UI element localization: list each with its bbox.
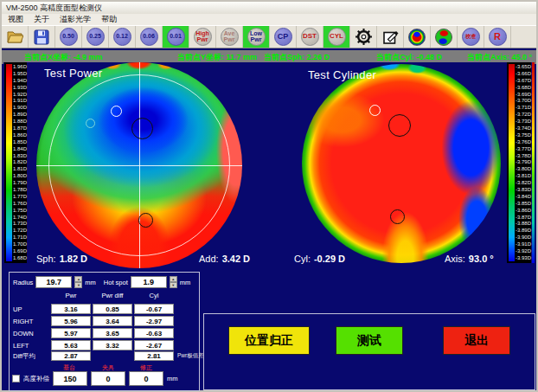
cylinder-scale-tick: -3.75D (516, 132, 531, 138)
settings-button[interactable] (350, 26, 377, 48)
power-scale-tick: 1.85D (13, 139, 27, 145)
table-cell-cyl: -0.67 (134, 304, 174, 314)
calibrate-button[interactable]: 校准 (458, 26, 484, 48)
diff-average-pwr: 2.87 (51, 351, 91, 361)
reset-button[interactable]: R (484, 26, 511, 48)
height-comp-base-input[interactable] (53, 371, 87, 386)
table-cell-cyl: -2.97 (134, 316, 174, 326)
step-button-0-06[interactable]: 0.06 (136, 26, 163, 48)
power-scale-tick: 1.75D (13, 208, 27, 214)
power-inner-ring (48, 74, 230, 256)
power-scale-tick: 1.91D (13, 98, 27, 104)
cylinder-scale-tick: -3.90D (516, 235, 531, 241)
table-row-label: DOWN (13, 328, 49, 338)
window-title: VM-2500 高精度面型检测仪 (6, 3, 102, 14)
position-align-button[interactable]: 位置归正 (228, 326, 310, 355)
cyl-button[interactable]: CYL (323, 26, 350, 48)
radius-unit: mm (85, 279, 96, 286)
height-comp-unit: mm (167, 375, 178, 382)
height-compensation-row: 高度补偿 mm (12, 371, 178, 386)
step-button-0-50[interactable]: 0.50 (55, 26, 82, 48)
save-icon (34, 29, 49, 45)
hotspot-up-arrow: ▲ (170, 276, 177, 282)
cylinder-map-title: Test Cylinder (308, 68, 376, 81)
power-marker-black-large (131, 118, 153, 139)
dst-button[interactable]: DST (297, 26, 323, 48)
cylinder-scale-tick: -3.74D (516, 125, 531, 132)
power-scale-tick: 1.71D (13, 235, 27, 241)
colormap-power-icon (408, 29, 426, 46)
hotspot-input[interactable] (131, 276, 167, 288)
power-scale-tick: 1.95D (13, 71, 27, 77)
power-scale-tick: 1.80D (13, 173, 27, 179)
ave-pwr-button[interactable]: Ave Pwr (216, 26, 243, 48)
power-scale-tick: 1.77D (13, 194, 27, 200)
height-comp-label: 高度补偿 (23, 375, 49, 383)
power-scale-tick: 1.73D (13, 221, 27, 227)
reset-label: R (489, 28, 507, 46)
cylinder-scale-tick: -3.86D (516, 208, 531, 214)
main-area: 1.96D1.95D1.94D1.93D1.92D1.91D1.90D1.89D… (3, 62, 535, 389)
step-button-0-01[interactable]: 0.01 (163, 26, 189, 48)
add-readout: Add:3.42 D (199, 254, 250, 264)
power-scale-tick: 1.90D (13, 105, 27, 111)
test-button[interactable]: 测试 (336, 326, 403, 355)
menu-about[interactable]: 关于 (34, 14, 49, 25)
menu-help[interactable]: 帮助 (101, 14, 117, 25)
cylinder-map[interactable] (302, 64, 501, 263)
step-0-12-label: 0.12 (113, 28, 131, 46)
cylinder-scale-tick: -3.68D (516, 85, 531, 91)
power-scale-tick: 1.76D (13, 201, 27, 207)
power-scale-tick: 1.93D (13, 85, 27, 91)
edit-button[interactable] (377, 26, 404, 48)
power-scale-tick: 1.74D (13, 215, 27, 221)
gear-icon (355, 28, 373, 46)
col-header-cyl: Cyl (134, 292, 174, 302)
low-pwr-label: Low Pwr (247, 28, 266, 46)
cylinder-scale-tick: -3.71D (516, 105, 531, 111)
power-marker-black-small (138, 213, 153, 228)
low-pwr-button[interactable]: Low Pwr (243, 26, 270, 48)
radius-input[interactable] (35, 276, 72, 288)
height-comp-checkbox[interactable] (12, 375, 20, 382)
cylinder-scale-gradient (509, 64, 515, 261)
cylinder-scale-tick: -3.76D (516, 139, 531, 145)
height-comp-fixture-input[interactable] (91, 371, 125, 386)
colormap-cyl-icon (435, 29, 452, 46)
power-map[interactable] (36, 62, 242, 268)
toolbar: 0.50 0.25 0.12 0.06 0.01 High Pwr Ave Pw… (2, 25, 536, 48)
exit-button[interactable]: 退出 (443, 326, 510, 355)
high-pwr-button[interactable]: High Pwr (189, 26, 216, 48)
power-scale-tick: 1.82D (13, 159, 27, 165)
col-header-pwr-diff: Pwr diff (93, 292, 132, 302)
open-button[interactable] (2, 26, 29, 48)
cylinder-scale-tick: -3.83D (516, 187, 531, 193)
hotspot-stepper[interactable]: ▲▼ (170, 276, 177, 288)
radius-stepper[interactable]: ▲▼ (74, 276, 82, 288)
save-button[interactable] (29, 26, 55, 48)
step-0-01-label: 0.01 (167, 28, 185, 46)
cylinder-scale-tick: -3.88D (516, 221, 531, 227)
colormap-power-button[interactable] (404, 26, 431, 48)
cp-button[interactable]: CP (270, 26, 297, 48)
hotspot-label: Hot spot (104, 279, 128, 286)
high-pwr-label: High Pwr (194, 28, 212, 46)
cylinder-scale-tick: -3.85D (516, 201, 531, 207)
cp-label: CP (274, 28, 292, 46)
step-0-25-label: 0.25 (86, 28, 105, 46)
height-comp-correction-input[interactable] (129, 371, 163, 386)
step-button-0-12[interactable]: 0.12 (109, 26, 136, 48)
diff-average-row: Diff平均 2.87 2.81 (13, 350, 174, 362)
edge-color-strip (532, 62, 535, 263)
colormap-cyl-button[interactable] (431, 26, 458, 48)
radius-down-arrow: ▼ (74, 282, 82, 288)
pwr-extreme-diff-label: Pwr极值差 (177, 352, 204, 360)
cylinder-scale-tick: -3.70D (516, 98, 531, 104)
table-cell-pwr-diff: 3.32 (93, 340, 132, 350)
step-button-0-25[interactable]: 0.25 (82, 26, 109, 48)
power-scale-tick: 1.70D (13, 241, 27, 247)
menu-company[interactable]: 溢影光学 (60, 14, 91, 25)
table-cell-cyl: -0.63 (134, 328, 174, 338)
menu-view[interactable]: 视图 (8, 14, 23, 25)
power-scale-tick: 1.78D (13, 187, 27, 193)
